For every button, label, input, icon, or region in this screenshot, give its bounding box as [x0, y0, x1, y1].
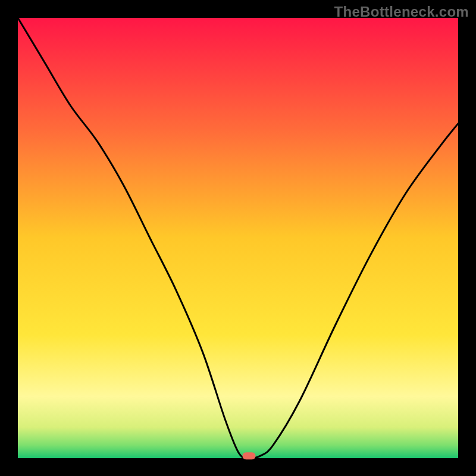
chart-frame: TheBottleneck.com — [0, 0, 476, 476]
plot-background — [18, 18, 458, 458]
watermark-label: TheBottleneck.com — [334, 4, 469, 20]
optimal-marker — [243, 452, 256, 459]
bottleneck-chart — [0, 0, 476, 476]
